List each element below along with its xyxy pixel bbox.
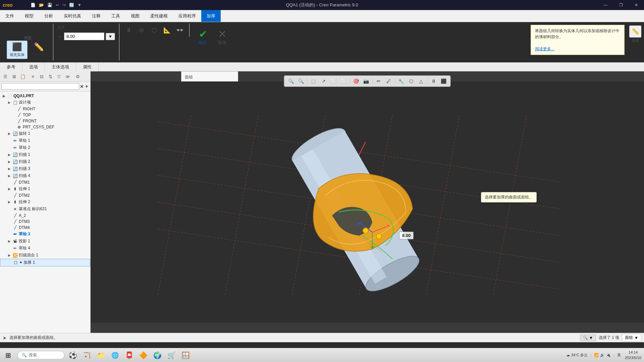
pause-btn[interactable]: ⏸ bbox=[123, 25, 134, 36]
sort-btn[interactable]: ⇅ bbox=[46, 72, 54, 80]
tree-item-right[interactable]: ╱ RIGHT bbox=[0, 106, 90, 112]
menu-model[interactable]: 模型 bbox=[19, 10, 39, 22]
filter-btn[interactable]: ▽ bbox=[55, 72, 63, 80]
taskbar-mail[interactable]: 📮 bbox=[122, 348, 136, 362]
zoom-extents-btn[interactable]: 🔍 bbox=[286, 77, 296, 85]
tab-reference[interactable]: 参考 bbox=[0, 63, 22, 71]
new-btn[interactable]: 📄 bbox=[30, 2, 37, 8]
display-btn[interactable]: 📐 bbox=[162, 25, 172, 36]
tree-list-btn[interactable]: 📋 bbox=[19, 72, 27, 80]
tree-item-sketch1[interactable]: ✏ 草绘 1 bbox=[0, 137, 90, 144]
thickness-input[interactable] bbox=[64, 33, 104, 40]
start-btn[interactable]: ⊞ bbox=[0, 348, 16, 362]
tab-options[interactable]: 选项 bbox=[22, 63, 45, 71]
columns-btn[interactable]: ⊟ bbox=[38, 72, 46, 80]
search-box[interactable]: 🔍 搜索 bbox=[17, 351, 64, 359]
tree-item-dtm2[interactable]: ╱ DTM2 bbox=[0, 192, 90, 198]
tree-item-extrude1[interactable]: ▶ ⬆ 拉伸 1 bbox=[0, 185, 90, 192]
view-orient-btn[interactable]: ↗ bbox=[319, 77, 328, 85]
tree-item-sweep3[interactable]: ▶ 🔄 扫描 3 bbox=[0, 165, 90, 172]
restore-btn[interactable]: ❐ bbox=[613, 0, 629, 10]
settings-btn[interactable]: ⚙ bbox=[74, 72, 82, 80]
tree-item-sketch2[interactable]: ✏ 草绘 2 bbox=[0, 144, 90, 151]
thickness-expand-btn[interactable]: ▼ bbox=[106, 33, 115, 40]
taskbar-orange[interactable]: 🔶 bbox=[136, 348, 150, 362]
taskbar-arrow[interactable]: 🏹 bbox=[80, 348, 94, 362]
tree-item-csys[interactable]: ⊕ PRT_CSYS_DEF bbox=[0, 124, 90, 130]
tree-item-sweep1[interactable]: ▶ 🔄 扫描 1 bbox=[0, 151, 90, 158]
named-view-btn[interactable]: ⬜ bbox=[329, 77, 338, 85]
sketch-btn[interactable]: ✏ bbox=[374, 77, 383, 85]
taskbar-globe[interactable]: 🌍 bbox=[150, 348, 164, 362]
taskbar-windows[interactable]: 🪟 bbox=[178, 348, 193, 362]
taskbar-edge[interactable]: 🌐 bbox=[108, 348, 122, 362]
tree-view-btn[interactable]: ☰ bbox=[1, 72, 9, 80]
cancel-btn[interactable]: ✕ 取消 bbox=[214, 26, 230, 48]
mesh-btn[interactable]: ⬡ bbox=[407, 77, 416, 85]
more-btn[interactable]: ▼ bbox=[76, 2, 83, 8]
glasses-btn[interactable]: 👓 bbox=[174, 25, 185, 36]
tree-icon-btn[interactable]: ⊞ bbox=[10, 72, 18, 80]
analysis-btn[interactable]: 🔧 bbox=[396, 77, 406, 85]
layer-btn[interactable]: ≡ bbox=[29, 72, 37, 80]
tree-item-dtm3[interactable]: ╱ DTM3 bbox=[0, 219, 90, 225]
tree-item-project1[interactable]: ▶ 📽 投影 1 bbox=[0, 238, 90, 245]
capture-btn[interactable]: 📷 bbox=[362, 77, 371, 85]
tree-item-sweepblend1[interactable]: ▶ 🔀 扫描混合 1 bbox=[0, 252, 90, 259]
open-btn[interactable]: 📂 bbox=[38, 2, 45, 8]
redo-btn[interactable]: ↪ bbox=[61, 2, 67, 8]
tree-item-design[interactable]: ▶ 📋 设计项 bbox=[0, 99, 90, 106]
menu-annotation[interactable]: 注释 bbox=[87, 10, 106, 22]
tree-item-root[interactable]: ▶ 📄 QQA1.PRT bbox=[0, 93, 90, 99]
tab-properties[interactable]: 属性 bbox=[76, 63, 99, 71]
menu-flexible[interactable]: 柔性建模 bbox=[145, 10, 173, 22]
tree-item-sketch4[interactable]: ✏ 草绘 4 bbox=[0, 245, 90, 252]
tree-item-dtm1[interactable]: ╱ DTM1 bbox=[0, 179, 90, 185]
orient-std-btn[interactable]: ⬚ bbox=[309, 77, 318, 85]
close-btn[interactable]: ✕ bbox=[629, 0, 644, 10]
menu-analysis[interactable]: 分析 bbox=[39, 10, 58, 22]
preview-btn[interactable]: ⬡ bbox=[149, 25, 160, 36]
menu-file[interactable]: 文件 bbox=[0, 10, 19, 22]
pause-vp-btn[interactable]: ⏸ bbox=[429, 77, 438, 85]
tree-item-datum-point[interactable]: ✕ 基准点 标识621 bbox=[0, 205, 90, 213]
tree-item-revolve1[interactable]: ▶ 🔄 旋转 1 bbox=[0, 130, 90, 137]
surface-group-dropdown[interactable]: 面组 ▼ bbox=[622, 334, 641, 342]
base-icon-btn[interactable]: 📏 bbox=[629, 25, 641, 38]
tree-item-sweep2[interactable]: ▶ 🔄 扫描 2 bbox=[0, 158, 90, 165]
menu-simulation[interactable]: 实时仿真 bbox=[58, 10, 87, 22]
canvas-area[interactable]: 面组 面组1:F23(扫描混合_1) bbox=[91, 71, 644, 333]
menu-view[interactable]: 视图 bbox=[125, 10, 145, 22]
tree-item-front[interactable]: ╱ FRONT bbox=[0, 118, 90, 124]
tab-body-options[interactable]: 主体选项 bbox=[45, 63, 76, 71]
regen-btn[interactable]: 🔄 bbox=[68, 2, 75, 8]
tree-item-sketch3[interactable]: ✏ 草绘 3 bbox=[0, 231, 90, 238]
filter-input[interactable] bbox=[1, 83, 79, 90]
tree-item-extrude2[interactable]: ▶ ⬆ 拉伸 2 bbox=[0, 198, 90, 205]
minimize-btn[interactable]: — bbox=[598, 0, 613, 10]
menu-thicken[interactable]: 加厚 bbox=[201, 10, 221, 22]
tree-item-top[interactable]: ╱ TOP bbox=[0, 112, 90, 118]
tree-item-thicken1[interactable]: ☐ ✦ 加厚 1 bbox=[0, 259, 90, 266]
taskbar-folder[interactable]: 📁 bbox=[94, 348, 108, 362]
triangle-btn[interactable]: △ bbox=[417, 77, 426, 85]
ok-btn[interactable]: ✔ 确定 bbox=[195, 26, 211, 48]
filter-clear-btn[interactable]: ✕ bbox=[79, 83, 85, 90]
no-preview-btn[interactable]: ⊘ bbox=[136, 25, 147, 36]
tree-item-dtm4[interactable]: ╱ DTM4 bbox=[0, 225, 90, 231]
view-toggle-btn[interactable]: ⬜ bbox=[339, 77, 348, 85]
menu-applications[interactable]: 应用程序 bbox=[173, 10, 201, 22]
menu-tools[interactable]: 工具 bbox=[106, 10, 125, 22]
tree-item-sweep4[interactable]: ▶ 🔄 扫描 4 bbox=[0, 172, 90, 179]
save-btn[interactable]: 💾 bbox=[46, 2, 53, 8]
expand-btn[interactable]: ≫ bbox=[64, 72, 72, 80]
taskbar-store[interactable]: 🛒 bbox=[164, 348, 178, 362]
read-more-link[interactable]: 阅读更多... bbox=[535, 47, 554, 51]
undo-btn[interactable]: ↩ bbox=[55, 2, 60, 8]
stop-btn[interactable]: ⬛ bbox=[439, 77, 448, 85]
zoom-in-btn[interactable]: 🔍 bbox=[297, 77, 306, 85]
remove-material-btn[interactable]: ✏️ 移除材料 bbox=[29, 41, 49, 59]
tree-item-axis[interactable]: ╱ A_2 bbox=[0, 213, 90, 219]
selection-mode-btn[interactable]: 🔍 ▼ bbox=[580, 335, 596, 341]
taskbar-soccer[interactable]: ⚽ bbox=[66, 348, 80, 362]
